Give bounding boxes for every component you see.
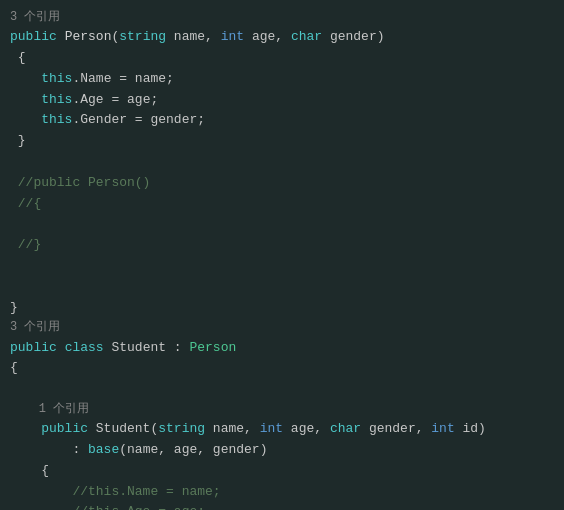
token: : xyxy=(10,440,88,461)
token: gender, xyxy=(361,419,431,440)
token: ( xyxy=(111,27,119,48)
token: { xyxy=(10,358,18,379)
code-line: //} xyxy=(0,235,564,256)
code-line: public Student(string name, int age, cha… xyxy=(0,419,564,440)
token xyxy=(57,338,65,359)
code-line: : base(name, age, gender) xyxy=(0,440,564,461)
token: int xyxy=(221,27,244,48)
token: id) xyxy=(455,419,486,440)
code-line: //public Person() xyxy=(0,173,564,194)
token: } xyxy=(10,131,26,152)
token: .Age = age; xyxy=(72,90,158,111)
code-line: public class Student : Person xyxy=(0,338,564,359)
code-line: } xyxy=(0,298,564,319)
token: { xyxy=(10,461,49,482)
token: .Name = name; xyxy=(72,69,173,90)
token: //public Person() xyxy=(10,173,150,194)
code-editor: 3 个引用public Person(string name, int age,… xyxy=(0,0,564,510)
token: this xyxy=(10,90,72,111)
token: Student( xyxy=(88,419,158,440)
token: 3 个引用 xyxy=(10,8,60,27)
token: //} xyxy=(10,235,41,256)
code-line: public Person(string name, int age, char… xyxy=(0,27,564,48)
token: int xyxy=(431,419,454,440)
token: public xyxy=(10,419,88,440)
token: } xyxy=(10,298,18,319)
token: this xyxy=(10,110,72,131)
code-line: 3 个引用 xyxy=(0,8,564,27)
token: age, xyxy=(283,419,330,440)
token: string xyxy=(119,27,166,48)
code-line: 1 个引用 xyxy=(0,400,564,419)
token: this xyxy=(10,69,72,90)
token: name, xyxy=(166,27,221,48)
token: .Gender = gender; xyxy=(72,110,205,131)
token: base xyxy=(88,440,119,461)
token: int xyxy=(260,419,283,440)
token: //this.Name = name; xyxy=(10,482,221,503)
code-line: this.Gender = gender; xyxy=(0,110,564,131)
token: { xyxy=(10,48,26,69)
token: char xyxy=(330,419,361,440)
code-line: this.Age = age; xyxy=(0,90,564,111)
token: public xyxy=(10,27,57,48)
code-line: { xyxy=(0,358,564,379)
token: public xyxy=(10,338,57,359)
token: age, xyxy=(244,27,291,48)
token: (name, age, gender) xyxy=(119,440,267,461)
token: class xyxy=(65,338,104,359)
token: 1 个引用 xyxy=(10,400,89,419)
code-line: this.Name = name; xyxy=(0,69,564,90)
code-line xyxy=(0,379,564,400)
token: Person xyxy=(189,338,236,359)
code-line xyxy=(0,277,564,298)
token: string xyxy=(158,419,205,440)
token: 3 个引用 xyxy=(10,318,60,337)
code-line: 3 个引用 xyxy=(0,318,564,337)
token: Person xyxy=(65,27,112,48)
token: //this.Age = age; xyxy=(10,502,205,510)
token: name, xyxy=(205,419,260,440)
token: //{ xyxy=(10,194,41,215)
code-line: //this.Name = name; xyxy=(0,482,564,503)
code-line: //this.Age = age; xyxy=(0,502,564,510)
token: char xyxy=(291,27,322,48)
code-line xyxy=(0,152,564,173)
token: gender) xyxy=(322,27,384,48)
code-line: { xyxy=(0,48,564,69)
token: Student : xyxy=(104,338,190,359)
token xyxy=(57,27,65,48)
code-line: } xyxy=(0,131,564,152)
code-line xyxy=(0,214,564,235)
code-line xyxy=(0,256,564,277)
code-line: //{ xyxy=(0,194,564,215)
code-line: { xyxy=(0,461,564,482)
